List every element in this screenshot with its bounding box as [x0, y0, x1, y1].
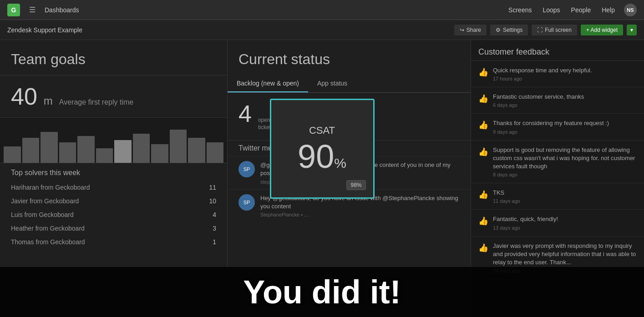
- feedback-time: 13 days ago: [493, 225, 558, 231]
- feedback-text: Support is good but removing the feature…: [493, 146, 637, 171]
- thumbsup-icon: 👍: [478, 190, 488, 204]
- metric-label: Average first reply time: [59, 98, 133, 106]
- solver-name: Thomas from Geckoboard: [11, 238, 85, 246]
- add-widget-dropdown[interactable]: ▾: [627, 25, 637, 35]
- chart-bar: [114, 140, 132, 163]
- csat-title: CSAT: [309, 125, 335, 136]
- team-goals-title: Team goals: [11, 51, 216, 68]
- app-logo: G: [7, 4, 20, 16]
- metric-row: 40 m Average first reply time: [0, 75, 227, 117]
- solver-row: Javier from Geckoboard 10: [0, 194, 227, 208]
- solver-count: 4: [213, 211, 216, 218]
- feedback-text: Javier was very prompt with responding t…: [493, 242, 637, 267]
- feedback-time: 17 hours ago: [493, 76, 592, 81]
- chart-bar: [133, 134, 150, 163]
- metric-value: 40: [11, 85, 37, 108]
- feedback-text: TKS: [493, 189, 520, 197]
- dashboard-title: Zendesk Support Example: [7, 26, 454, 34]
- feedback-text: Quick response time and very helpful.: [493, 66, 592, 75]
- nav-title: Dashboards: [45, 6, 79, 14]
- solver-count: 1: [213, 238, 216, 246]
- status-value: 4: [238, 102, 252, 126]
- solver-count: 11: [209, 184, 216, 191]
- solver-name: Heather from Geckoboard: [11, 225, 85, 232]
- current-status-header: Current status: [228, 40, 471, 75]
- share-button[interactable]: ↪ Share: [454, 25, 487, 35]
- feedback-item: 👍 Fantastic customer service, thanks 6 d…: [471, 87, 644, 114]
- current-status-title: Current status: [238, 51, 460, 68]
- chart-bar: [188, 138, 205, 163]
- solver-row: Heather from Geckoboard 3: [0, 221, 227, 235]
- feedback-text: Fantastic customer service, thanks: [493, 93, 584, 101]
- settings-label: Settings: [503, 27, 522, 33]
- thumbsup-icon: 👍: [478, 67, 488, 81]
- metric-unit: m: [44, 95, 53, 107]
- settings-button[interactable]: ⚙ Settings: [490, 25, 528, 35]
- solver-row: Luis from Geckoboard 4: [0, 208, 227, 221]
- chart-bar: [41, 132, 58, 163]
- fullscreen-icon: ⛶: [537, 27, 543, 33]
- feedback-item: 👍 Support is good but removing the featu…: [471, 141, 644, 184]
- csat-overlay: CSAT 90 % 98%: [270, 99, 375, 199]
- csat-percent: %: [334, 156, 346, 171]
- team-goals-header: Team goals: [0, 40, 227, 75]
- solver-name: Javier from Geckoboard: [11, 197, 79, 205]
- chart-bar: [151, 144, 168, 163]
- top-nav: G ☰ Dashboards Screens Loops People Help…: [0, 0, 644, 20]
- chart-bar: [22, 138, 40, 163]
- chart-bar: [59, 142, 76, 163]
- solver-row: Hariharan from Geckoboard 11: [0, 181, 227, 194]
- tweet-meta: StephanePlancke • ...: [260, 212, 460, 217]
- add-widget-button[interactable]: + Add widget: [581, 25, 623, 35]
- feedback-item: 👍 Fantastic, quick, friendly! 13 days ag…: [471, 210, 644, 236]
- tab-backlog[interactable]: Backlog (new & open): [228, 75, 308, 92]
- chart-bar: [77, 136, 95, 163]
- chart-bar: [4, 146, 21, 163]
- fullscreen-button[interactable]: ⛶ Full screen: [532, 25, 577, 35]
- solver-name: Luis from Geckoboard: [11, 211, 74, 218]
- csat-badge: 98%: [346, 180, 365, 190]
- avatar[interactable]: NS: [624, 4, 637, 16]
- tab-bar: Backlog (new & open) App status: [228, 75, 471, 93]
- share-icon: ↪: [460, 27, 464, 33]
- thumbsup-icon: 👍: [478, 216, 488, 230]
- tweet-avatar: SP: [238, 194, 255, 211]
- feedback-time: 8 days ago: [493, 172, 637, 177]
- tab-app-status[interactable]: App status: [308, 75, 356, 92]
- solver-count: 10: [209, 197, 216, 205]
- settings-icon: ⚙: [496, 27, 501, 33]
- feedback-time: 9 days ago: [493, 129, 609, 135]
- thumbsup-icon: 👍: [478, 94, 488, 108]
- csat-metric: 90 %: [298, 140, 346, 173]
- you-did-it-text: You did it!: [243, 273, 401, 311]
- thumbsup-icon: 👍: [478, 147, 488, 178]
- feedback-text: Fantastic, quick, friendly!: [493, 215, 558, 223]
- tweet-avatar: SP: [238, 161, 255, 177]
- hamburger-icon[interactable]: ☰: [29, 5, 35, 14]
- chart-area: [0, 117, 227, 163]
- solver-name: Hariharan from Geckoboard: [11, 184, 90, 191]
- nav-link-help[interactable]: Help: [602, 6, 615, 14]
- share-label: Share: [467, 27, 481, 33]
- nav-link-people[interactable]: People: [571, 6, 591, 14]
- feedback-item: 👍 Quick response time and very helpful. …: [471, 61, 644, 87]
- chart-bars: [0, 118, 227, 163]
- dashboard-actions: ↪ Share ⚙ Settings ⛶ Full screen + Add w…: [454, 25, 637, 35]
- solver-row: Thomas from Geckoboard 1: [0, 235, 227, 249]
- dashboard-bar: Zendesk Support Example ↪ Share ⚙ Settin…: [0, 20, 644, 40]
- solver-count: 3: [213, 225, 216, 232]
- nav-link-loops[interactable]: Loops: [543, 6, 560, 14]
- fullscreen-label: Full screen: [545, 27, 572, 33]
- top-solvers-title: Top solvers this week: [0, 163, 227, 181]
- feedback-time: 6 days ago: [493, 102, 584, 108]
- csat-value: 90: [298, 140, 334, 173]
- nav-links: Screens Loops People Help: [508, 6, 615, 14]
- you-did-it-overlay: You did it!: [0, 267, 644, 317]
- nav-link-screens[interactable]: Screens: [508, 6, 532, 14]
- chart-bar: [170, 130, 187, 163]
- feedback-item: 👍 TKS 11 days ago: [471, 183, 644, 210]
- chart-bar: [207, 142, 224, 163]
- thumbsup-icon: 👍: [478, 120, 488, 134]
- feedback-text: Thanks for considering my feature reques…: [493, 119, 609, 127]
- chart-bar: [96, 148, 113, 163]
